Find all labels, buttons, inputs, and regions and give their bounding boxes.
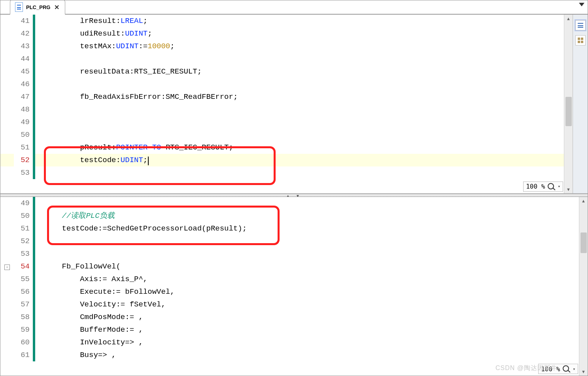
code-line[interactable]: 52 testCode:UDINT; — [0, 154, 564, 166]
code-text — [35, 128, 564, 141]
vertical-scrollbar[interactable]: ▲ ▼ — [579, 197, 588, 376]
code-line[interactable]: 41 lrResult:LREAL; — [0, 15, 564, 27]
tab-leading-spacer — [0, 0, 10, 14]
fold-gutter[interactable] — [0, 273, 14, 285]
scroll-up-icon[interactable]: ▲ — [564, 15, 573, 23]
code-line[interactable]: 51 testCode:=SchedGetProcessorLoad(pResu… — [0, 222, 579, 235]
code-line[interactable]: 52 — [0, 235, 579, 248]
code-line[interactable]: 59 BufferMode:= , — [0, 323, 579, 336]
fold-gutter[interactable] — [0, 197, 14, 210]
fold-gutter[interactable] — [0, 15, 14, 27]
code-line[interactable]: 58 CmdPosMode:= , — [0, 311, 579, 323]
tab-plc-prg[interactable]: PLC_PRG ✕ — [10, 0, 65, 15]
tab-close-button[interactable]: ✕ — [53, 4, 60, 11]
code-line[interactable]: 53 — [0, 248, 579, 260]
fold-gutter[interactable]: - — [0, 260, 14, 273]
fold-gutter[interactable] — [0, 248, 14, 260]
code-line[interactable]: 61 Busy=> , — [0, 349, 579, 361]
fold-gutter[interactable] — [0, 91, 14, 103]
fold-gutter[interactable] — [0, 323, 14, 336]
fold-gutter[interactable] — [0, 349, 14, 361]
code-line[interactable]: 44 — [0, 53, 564, 65]
tab-overflow-menu-icon[interactable] — [579, 3, 584, 6]
line-number: 50 — [14, 210, 33, 222]
code-line[interactable]: 46 — [0, 78, 564, 91]
code-text: Fb_FollowVel( — [35, 260, 579, 273]
fold-gutter[interactable] — [0, 235, 14, 248]
zoom-value: 100 % — [526, 183, 545, 190]
fold-gutter[interactable] — [0, 166, 14, 179]
code-line[interactable]: 57 Velocity:= fSetVel, — [0, 298, 579, 311]
fold-gutter[interactable] — [0, 298, 14, 311]
code-line[interactable]: 53 — [0, 166, 564, 179]
code-line[interactable]: 60 InVelocity=> , — [0, 336, 579, 349]
code-line[interactable]: 56 Execute:= bFollowVel, — [0, 285, 579, 298]
fold-gutter[interactable] — [0, 210, 14, 222]
line-number: 54 — [14, 260, 33, 273]
code-line[interactable]: 43 testMAx:UDINT:=10000; — [0, 40, 564, 53]
line-number: 59 — [14, 323, 33, 336]
zoom-status[interactable]: 100 % ▾ — [538, 364, 578, 374]
declaration-editor[interactable]: 41 lrResult:LREAL;42 udiResult:UDINT;43 … — [0, 15, 573, 193]
code-line[interactable]: 49 — [0, 116, 564, 128]
code-line[interactable]: 45 reseultData:RTS_IEC_RESULT; — [0, 65, 564, 78]
magnifier-icon — [547, 183, 555, 191]
fold-gutter[interactable] — [0, 40, 14, 53]
line-number: 53 — [14, 248, 33, 260]
code-line[interactable]: 51 pResult:POINTER TO RTS_IEC_RESULT; — [0, 141, 564, 154]
implementation-editor[interactable]: 4950 //读取PLC负载51 testCode:=SchedGetProce… — [0, 197, 588, 376]
code-line[interactable]: -54 Fb_FollowVel( — [0, 260, 579, 273]
vertical-scrollbar[interactable]: ▲ ▼ — [564, 15, 573, 193]
fold-gutter[interactable] — [0, 53, 14, 65]
tabular-view-button[interactable] — [575, 35, 586, 45]
code-text — [35, 103, 564, 116]
scroll-down-icon[interactable]: ▼ — [579, 368, 588, 376]
line-number: 49 — [14, 116, 33, 128]
code-line[interactable]: 42 udiResult:UDINT; — [0, 27, 564, 40]
fold-gutter[interactable] — [0, 128, 14, 141]
code-line[interactable]: 48 — [0, 103, 564, 116]
horizontal-splitter[interactable]: ▲ ▼ — [0, 193, 588, 197]
fold-gutter[interactable] — [0, 116, 14, 128]
zoom-status[interactable]: 100 % ▾ — [523, 181, 563, 192]
code-line[interactable]: 47 fb_ReadAxisFbError:SMC_ReadFBError; — [0, 91, 564, 103]
fold-gutter[interactable] — [0, 222, 14, 235]
line-number: 50 — [14, 128, 33, 141]
table-grid-icon — [578, 38, 583, 43]
code-text: udiResult:UDINT; — [35, 27, 564, 40]
zoom-dropdown-icon[interactable]: ▾ — [558, 184, 560, 189]
code-line[interactable]: 50 //读取PLC负载 — [0, 210, 579, 222]
code-text: //读取PLC负载 — [35, 210, 579, 222]
fold-gutter[interactable] — [0, 103, 14, 116]
line-number: 49 — [14, 197, 33, 210]
line-number: 43 — [14, 40, 33, 53]
fold-gutter[interactable] — [0, 154, 14, 166]
fold-gutter[interactable] — [0, 311, 14, 323]
scroll-thumb[interactable] — [565, 97, 572, 126]
code-text — [35, 197, 579, 210]
fold-gutter[interactable] — [0, 336, 14, 349]
scroll-up-icon[interactable]: ▲ — [579, 197, 588, 205]
code-text: testMAx:UDINT:=10000; — [35, 40, 564, 53]
fold-gutter[interactable] — [0, 78, 14, 91]
code-line[interactable]: 50 — [0, 128, 564, 141]
declaration-pane: 41 lrResult:LREAL;42 udiResult:UDINT;43 … — [0, 15, 588, 193]
code-line[interactable]: 49 — [0, 197, 579, 210]
zoom-value: 100 % — [541, 365, 560, 373]
code-line[interactable]: 55 Axis:= Axis_P^, — [0, 273, 579, 285]
line-number: 53 — [14, 166, 33, 179]
code-text — [35, 78, 564, 91]
code-text: InVelocity=> , — [35, 336, 579, 349]
line-number: 52 — [14, 235, 33, 248]
fold-gutter[interactable] — [0, 65, 14, 78]
fold-gutter[interactable] — [0, 141, 14, 154]
fold-gutter[interactable] — [0, 27, 14, 40]
line-number: 44 — [14, 53, 33, 65]
textual-view-button[interactable] — [575, 20, 586, 30]
line-number: 55 — [14, 273, 33, 285]
code-text: pResult:POINTER TO RTS_IEC_RESULT; — [35, 141, 564, 154]
fold-gutter[interactable] — [0, 285, 14, 298]
zoom-dropdown-icon[interactable]: ▾ — [573, 367, 575, 372]
scroll-down-icon[interactable]: ▼ — [564, 185, 573, 193]
scroll-thumb[interactable] — [580, 232, 587, 253]
